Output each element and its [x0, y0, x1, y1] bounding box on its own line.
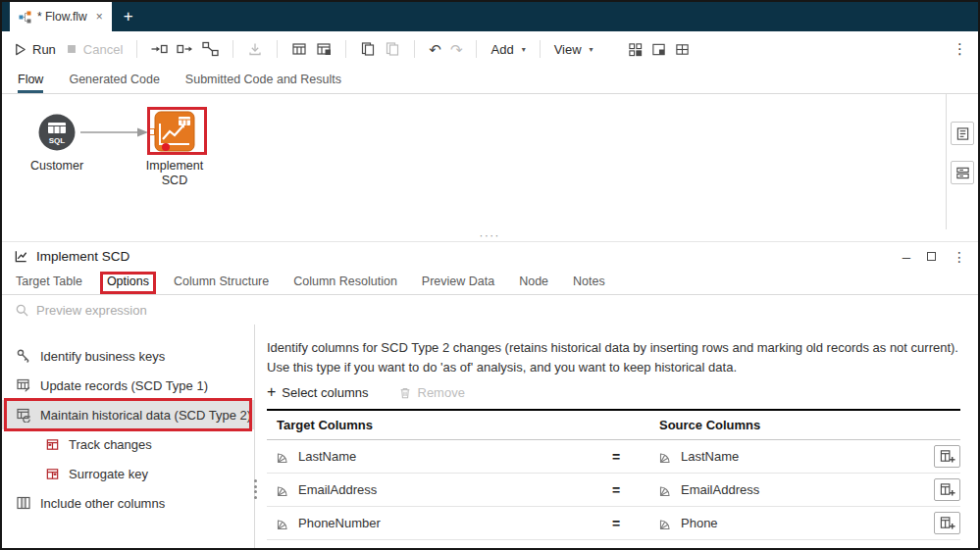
plus-icon: + [267, 384, 276, 400]
table-row[interactable]: PhoneNumber = Phone [267, 507, 960, 540]
run-to-node-icon[interactable] [151, 41, 168, 57]
panel-tabbar: Target Table Options Column Structure Co… [2, 271, 978, 295]
results-panel-icon[interactable] [951, 161, 974, 184]
source-column-name: EmailAddress [681, 482, 759, 497]
node-customer[interactable]: SQL Customer [13, 113, 101, 174]
tab-submitted-code[interactable]: Submitted Code and Results [185, 67, 341, 93]
tab-options[interactable]: Options [107, 271, 149, 294]
document-tab[interactable]: * Flow.flw × [10, 2, 112, 31]
app-window: * Flow.flw × + Run Cancel [0, 0, 980, 550]
tab-notes[interactable]: Notes [573, 271, 605, 294]
table-row[interactable]: EmailAddress = EmailAddress [267, 474, 960, 507]
auto-arrange-icon[interactable] [628, 42, 643, 57]
add-dropdown[interactable]: Add ▾ [490, 42, 525, 57]
tab-column-structure[interactable]: Column Structure [174, 271, 269, 294]
copy-icon[interactable] [360, 41, 376, 57]
sidebar-resize-handle[interactable] [254, 479, 257, 499]
sidebar-item-surrogate-key[interactable]: Surrogate key [2, 459, 254, 488]
target-column-name: EmailAddress [298, 482, 377, 497]
sidebar-item-track-changes[interactable]: Track changes [2, 429, 254, 459]
redo-icon[interactable]: ↷ [450, 42, 463, 57]
sidebar-item-label: Update records (SCD Type 1) [40, 378, 208, 393]
horizontal-splitter[interactable]: ∙∙∙∙ [2, 229, 978, 241]
document-tabbar: * Flow.flw × + [2, 2, 978, 31]
table-actions: + Select columns Remove [267, 385, 960, 400]
fit-to-screen-icon[interactable] [651, 42, 666, 57]
sidebar-item-identify-business-keys[interactable]: Identify business keys [2, 341, 254, 371]
node-implement-scd[interactable]: Implement SCD [130, 111, 219, 188]
column-type-icon [659, 517, 673, 530]
remove-button[interactable]: Remove [398, 385, 465, 400]
table-icon[interactable] [291, 41, 307, 57]
preview-expression-label: Preview expression [36, 303, 147, 318]
sidebar-item-label: Identify business keys [40, 349, 165, 364]
sql-table-node-icon: SQL [37, 113, 77, 152]
key-icon [16, 348, 31, 364]
equals-sign: = [612, 482, 659, 498]
panel-title: Implement SCD [36, 249, 129, 264]
sidebar-item-update-records[interactable]: Update records (SCD Type 1) [2, 371, 254, 400]
node-label-line2: SCD [162, 174, 187, 187]
close-tab-icon[interactable]: × [96, 10, 103, 24]
splitter-grip-icon: ∙∙∙∙ [480, 229, 500, 241]
target-column-name: LastName [298, 449, 356, 464]
tab-label: Options [107, 275, 149, 288]
tab-node[interactable]: Node [519, 271, 548, 294]
options-sidebar: Identify business keys Update records (S… [2, 325, 255, 548]
properties-panel-icon[interactable] [951, 122, 974, 145]
node-label-line1: Implement [146, 159, 203, 173]
cancel-button[interactable]: Cancel [65, 42, 123, 57]
run-button[interactable]: Run [13, 42, 56, 57]
minimize-icon[interactable]: – [903, 248, 910, 265]
more-options-icon[interactable]: ⋮ [953, 40, 967, 58]
magnifier-icon [15, 303, 29, 318]
overview-icon[interactable] [675, 42, 690, 57]
column-type-icon [277, 517, 290, 530]
equals-sign: = [612, 449, 659, 465]
table-new-icon[interactable] [316, 41, 332, 57]
tab-label: Column Resolution [293, 275, 397, 288]
connect-nodes-icon[interactable] [202, 41, 219, 57]
tab-column-resolution[interactable]: Column Resolution [293, 271, 397, 294]
toolbar-separator [476, 40, 477, 58]
error-badge [162, 143, 170, 151]
toolbar-separator [277, 40, 278, 58]
table-history-icon [16, 407, 31, 423]
toolbar-separator [540, 40, 541, 58]
tab-target-table[interactable]: Target Table [16, 271, 82, 294]
undo-icon[interactable]: ↶ [429, 42, 441, 57]
download-icon[interactable] [247, 41, 263, 57]
select-source-column-button[interactable] [934, 478, 960, 501]
tab-generated-code[interactable]: Generated Code [69, 67, 159, 93]
scd-chart-icon [14, 249, 28, 264]
sidebar-item-maintain-historical-data[interactable]: Maintain historical data (SCD Type 2) [2, 400, 254, 429]
table-row[interactable]: LastName = LastName [267, 440, 960, 474]
select-source-column-button[interactable] [934, 512, 960, 534]
panel-more-options-icon[interactable]: ⋮ [953, 249, 966, 265]
table-header-row: Target Columns Source Columns [267, 411, 960, 440]
view-label: View [554, 42, 582, 57]
maximize-icon[interactable] [927, 252, 936, 261]
view-dropdown[interactable]: View ▾ [554, 42, 593, 57]
play-icon [13, 42, 27, 57]
tab-preview-data[interactable]: Preview Data [422, 271, 494, 294]
chevron-down-icon: ▾ [590, 45, 593, 54]
tab-flow[interactable]: Flow [18, 67, 43, 93]
run-from-node-icon[interactable] [177, 41, 193, 57]
node-label: Implement SCD [146, 159, 203, 188]
node-label: Customer [30, 159, 83, 174]
preview-expression-button[interactable]: Preview expression [2, 295, 978, 325]
document-tab-title: * Flow.flw [37, 10, 87, 24]
paste-icon[interactable] [385, 41, 400, 57]
column-type-icon [659, 450, 673, 464]
column-type-icon [277, 483, 290, 497]
sidebar-item-label: Include other columns [40, 496, 165, 511]
cancel-label: Cancel [83, 42, 123, 57]
toolbar-separator [136, 40, 137, 58]
new-tab-button[interactable]: + [112, 2, 145, 31]
sidebar-item-include-other-columns[interactable]: Include other columns [2, 488, 254, 518]
select-columns-button[interactable]: + Select columns [267, 385, 369, 400]
flow-canvas[interactable]: SQL Customer [2, 94, 978, 229]
sidebar-item-label: Maintain historical data (SCD Type 2) [40, 408, 251, 423]
select-source-column-button[interactable] [934, 445, 960, 468]
